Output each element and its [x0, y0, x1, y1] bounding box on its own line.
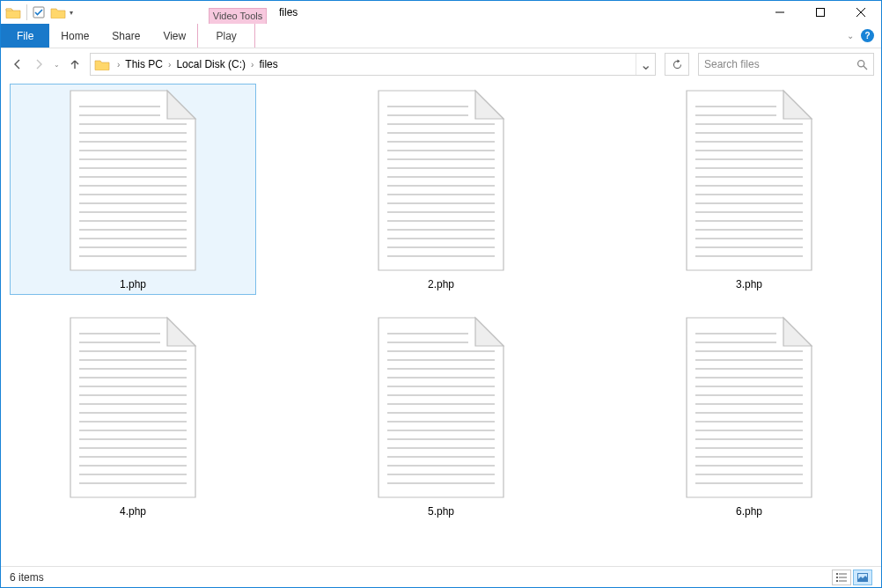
breadcrumb-drive[interactable]: Local Disk (C:): [176, 58, 246, 70]
address-dropdown-icon[interactable]: ⌄: [636, 54, 655, 75]
document-icon: [62, 86, 203, 275]
window-controls: [760, 1, 881, 24]
properties-icon[interactable]: [30, 4, 48, 21]
svg-rect-3: [836, 573, 838, 575]
folder-icon: [94, 56, 110, 72]
minimize-button[interactable]: [760, 1, 800, 24]
search-input[interactable]: Search files: [698, 53, 874, 76]
file-item[interactable]: 3.php: [626, 84, 872, 295]
refresh-button[interactable]: [665, 53, 689, 76]
file-label: 3.php: [736, 275, 762, 292]
svg-rect-7: [836, 580, 838, 582]
context-tab-header: Video Tools: [209, 8, 267, 24]
search-placeholder: Search files: [704, 58, 760, 70]
chevron-right-icon[interactable]: ›: [117, 60, 120, 70]
new-folder-icon[interactable]: [49, 4, 67, 21]
item-count: 6 items: [10, 571, 44, 584]
explorer-window: ▾ Video Tools files File Home Share View…: [0, 0, 882, 588]
svg-point-2: [858, 60, 864, 66]
search-icon: [856, 59, 868, 70]
breadcrumb-folder[interactable]: files: [259, 58, 277, 70]
svg-rect-4: [839, 573, 847, 574]
address-bar[interactable]: › This PC › Local Disk (C:) › files ⌄: [90, 53, 656, 76]
navigation-row: ⌄ › This PC › Local Disk (C:) › files ⌄ …: [1, 48, 881, 80]
document-icon: [371, 313, 511, 502]
file-label: 2.php: [428, 275, 454, 292]
document-icon: [371, 86, 511, 275]
thumbnails-view-button[interactable]: [853, 570, 872, 585]
ribbon-collapse-icon[interactable]: ⌄: [847, 31, 854, 40]
up-button[interactable]: [69, 58, 81, 70]
svg-rect-8: [839, 580, 847, 581]
svg-rect-6: [839, 577, 847, 577]
breadcrumb-root[interactable]: This PC: [125, 58, 163, 70]
tab-home[interactable]: Home: [49, 24, 100, 48]
view-toggle: [832, 570, 872, 585]
file-item[interactable]: 2.php: [318, 84, 564, 295]
separator: [26, 4, 27, 20]
forward-button[interactable]: [33, 58, 45, 70]
folder-icon[interactable]: [4, 4, 22, 21]
file-label: 6.php: [736, 502, 762, 519]
chevron-right-icon[interactable]: ›: [168, 60, 171, 70]
status-bar: 6 items: [1, 566, 881, 587]
close-button[interactable]: [841, 1, 881, 24]
file-list[interactable]: 1.php2.php3.php4.php5.php6.php: [1, 80, 881, 566]
file-item[interactable]: 4.php: [10, 311, 256, 522]
title-bar: ▾ Video Tools files: [1, 1, 881, 24]
svg-rect-5: [836, 577, 838, 578]
maximize-button[interactable]: [800, 1, 841, 24]
title-tab-area: Video Tools: [73, 1, 267, 24]
file-item[interactable]: 5.php: [318, 311, 564, 522]
file-label: 4.php: [120, 502, 146, 519]
tab-share[interactable]: Share: [100, 24, 151, 48]
document-icon: [679, 313, 820, 502]
file-label: 1.php: [120, 275, 146, 292]
tab-play[interactable]: Play: [197, 24, 255, 48]
window-title: files: [267, 1, 310, 24]
document-icon: [679, 86, 820, 275]
file-item[interactable]: 1.php: [10, 84, 256, 295]
ribbon-tabs: File Home Share View Play ⌄ ?: [1, 24, 881, 48]
details-view-button[interactable]: [832, 570, 851, 585]
help-icon[interactable]: ?: [861, 29, 874, 42]
chevron-right-icon[interactable]: ›: [251, 60, 254, 70]
tab-view[interactable]: View: [151, 24, 197, 48]
file-item[interactable]: 6.php: [626, 311, 872, 522]
svg-rect-1: [817, 9, 825, 17]
file-label: 5.php: [428, 502, 454, 519]
document-icon: [62, 313, 203, 502]
recent-locations-icon[interactable]: ⌄: [54, 61, 60, 69]
back-button[interactable]: [11, 58, 24, 70]
tab-file[interactable]: File: [1, 24, 49, 48]
quick-access-toolbar: ▾: [1, 1, 73, 24]
